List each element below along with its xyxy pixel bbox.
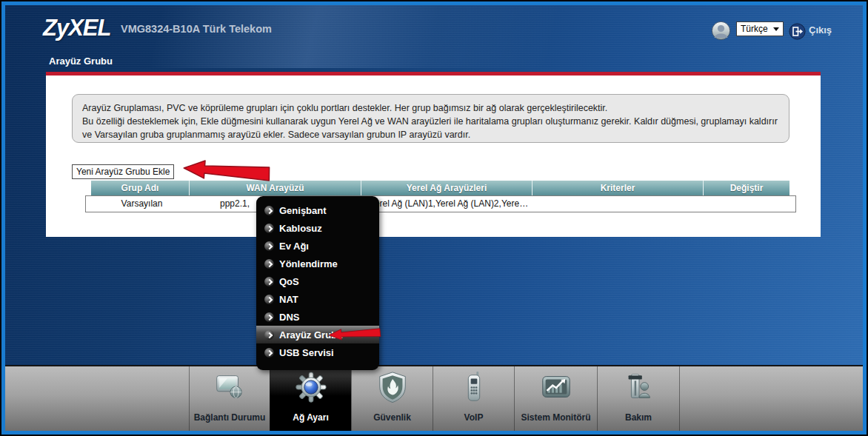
nav-item-label: Güvenlik xyxy=(352,412,433,423)
description-line: Bu özelliği desteklemek için, Ekle düğme… xyxy=(82,115,779,128)
add-interface-group-button[interactable]: Yeni Arayüz Grubu Ekle xyxy=(72,164,174,179)
connection-status-icon xyxy=(213,370,247,407)
submenu-item-nat[interactable]: NAT xyxy=(256,290,379,308)
chevron-bullet-icon xyxy=(264,259,274,269)
submenu-item-wireless[interactable]: Kablosuz xyxy=(256,219,379,237)
chevron-bullet-icon xyxy=(264,206,274,215)
description-line: Arayüz Gruplaması, PVC ve köprüleme grup… xyxy=(82,101,779,115)
nav-item-security[interactable]: Güvenlik xyxy=(351,366,433,432)
chevron-bullet-icon xyxy=(264,312,274,322)
network-settings-gear-icon xyxy=(294,370,328,407)
language-select-wrap: Türkçe xyxy=(736,21,784,36)
bottom-navigation-bar: Bağlantı Durumu Ağ Ayarı xyxy=(5,365,863,431)
device-model-label: VMG8324-B10A Türk Telekom xyxy=(121,23,272,35)
submenu-item-qos[interactable]: QoS xyxy=(256,272,379,290)
zyxel-logo: ZyXEL xyxy=(43,15,110,41)
nav-item-label: Bakım xyxy=(598,412,679,423)
cell-lan-interfaces: Yerel Ağ (LAN)1,Yerel Ağ (LAN)2,Yere… xyxy=(370,198,528,209)
nav-item-connection-status[interactable]: Bağlantı Durumu xyxy=(189,366,270,432)
submenu-item-label: DNS xyxy=(279,312,299,323)
nav-item-label: Ağ Ayarı xyxy=(270,412,351,423)
submenu-item-label: USB Servisi xyxy=(279,347,334,358)
nav-item-label: Sistem Monitörü xyxy=(515,412,597,423)
submenu-item-label: NAT xyxy=(279,294,298,305)
router-admin-window: ZyXEL VMG8324-B10A Türk Telekom Türkçe Ç… xyxy=(0,0,868,436)
language-select[interactable]: Türkçe xyxy=(736,21,784,36)
submenu-item-label: Ev Ağı xyxy=(279,241,309,252)
voip-phone-icon xyxy=(457,370,491,407)
nav-item-label: Bağlantı Durumu xyxy=(190,412,270,423)
nav-item-voip[interactable]: VoIP xyxy=(433,366,514,432)
content-panel: Arayüz Gruplaması, PVC ve köprüleme grup… xyxy=(46,76,821,237)
submenu-item-routing[interactable]: Yönlendirme xyxy=(256,255,379,272)
header-sheen xyxy=(5,5,863,68)
column-header-modify: Değiştir xyxy=(704,181,789,195)
cell-wan-interface: ppp2.1, xyxy=(220,198,250,209)
logout-button[interactable]: Çıkış xyxy=(809,24,832,36)
chevron-bullet-icon xyxy=(264,224,274,233)
nav-item-system-monitor[interactable]: Sistem Monitörü xyxy=(514,366,597,432)
security-shield-icon xyxy=(375,370,410,407)
nav-item-label: VoIP xyxy=(433,412,514,423)
chevron-bullet-icon xyxy=(264,277,274,286)
table-row: Varsayılan ppp2.1, Yerel Ağ (LAN)1,Yerel… xyxy=(85,195,796,212)
chevron-bullet-icon xyxy=(264,241,274,251)
language-globe-icon xyxy=(711,21,731,44)
submenu-item-dns[interactable]: DNS xyxy=(256,308,379,326)
submenu-item-label: QoS xyxy=(279,276,299,287)
submenu-item-label: Genişbant xyxy=(279,205,327,216)
submenu-item-home-network[interactable]: Ev Ağı xyxy=(256,237,379,255)
cell-group-name: Varsayılan xyxy=(93,198,191,209)
description-box: Arayüz Gruplaması, PVC ve köprüleme grup… xyxy=(72,94,789,143)
column-header-criteria: Kriterler xyxy=(533,181,704,195)
page-title: Arayüz Grubu xyxy=(49,56,113,67)
column-header-group-name: Grup Adı xyxy=(91,181,190,195)
submenu-item-label: Kablosuz xyxy=(279,223,322,234)
system-monitor-chart-icon xyxy=(539,370,573,407)
submenu-item-usb-service[interactable]: USB Servisi xyxy=(256,343,379,361)
nav-item-network-settings[interactable]: Ağ Ayarı xyxy=(270,366,351,432)
submenu-item-broadband[interactable]: Genişbant xyxy=(256,201,379,219)
logout-icon[interactable] xyxy=(789,23,806,43)
red-arrow-interface-group xyxy=(327,325,381,346)
column-header-lan-interfaces: Yerel Ağ Arayüzleri xyxy=(361,181,533,195)
chevron-bullet-icon xyxy=(264,330,274,340)
network-settings-submenu: Genişbant Kablosuz Ev Ağı Yönlendirme Qo… xyxy=(256,196,379,370)
chevron-bullet-icon xyxy=(264,348,274,358)
nav-item-maintenance[interactable]: Bakım xyxy=(597,366,680,432)
description-line: ve Varsayılan gruba gruplanmamış arayüzü… xyxy=(82,128,779,141)
maintenance-tool-icon xyxy=(621,370,655,407)
table-header-row: Grup Adı WAN Arayüzü Yerel Ağ Arayüzleri… xyxy=(91,181,790,195)
submenu-item-label: Yönlendirme xyxy=(279,258,338,269)
chevron-bullet-icon xyxy=(264,295,274,304)
